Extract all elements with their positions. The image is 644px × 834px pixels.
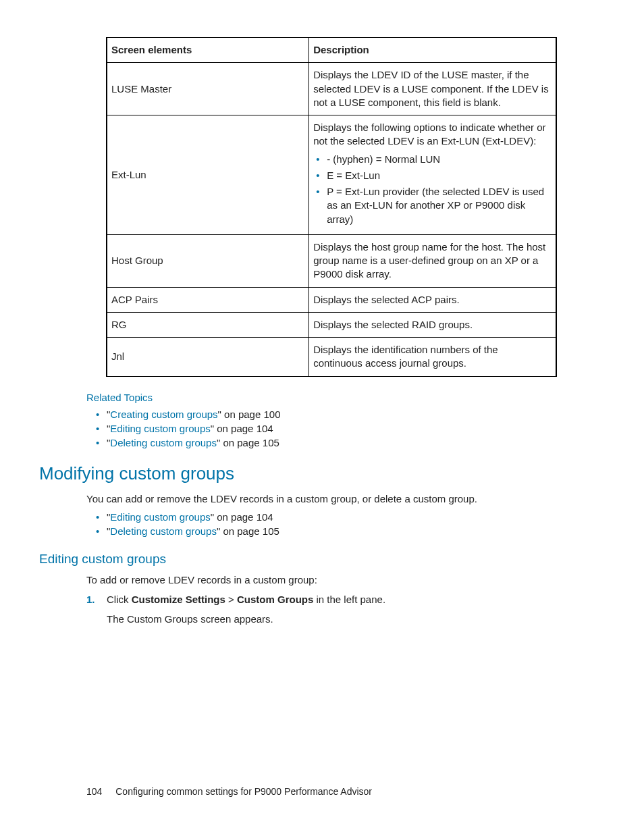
cell-element: Ext-Lun: [107, 115, 309, 235]
cell-element: ACP Pairs: [107, 287, 309, 312]
cell-description: Displays the host group name for the hos…: [309, 234, 556, 287]
list-item: "Editing custom groups" on page 104: [86, 511, 558, 523]
desc-bullets: - (hyphen) = Normal LUN E = Ext-Lun P = …: [313, 153, 549, 226]
cell-element: RG: [107, 312, 309, 337]
heading-modifying-custom-groups: Modifying custom groups: [39, 463, 558, 484]
screen-elements-table: Screen elements Description LUSE Master …: [106, 37, 557, 377]
table-row: ACP Pairs Displays the selected ACP pair…: [107, 287, 556, 312]
cell-element: Jnl: [107, 338, 309, 377]
table-row: LUSE Master Displays the LDEV ID of the …: [107, 63, 556, 115]
cell-element: LUSE Master: [107, 63, 309, 115]
steps-list: 1. Click Customize Settings > Custom Gro…: [86, 592, 558, 626]
footer-title: Configuring common settings for P9000 Pe…: [115, 786, 372, 797]
list-item: "Creating custom groups" on page 100: [86, 409, 558, 420]
paragraph: To add or remove LDEV records in a custo…: [86, 573, 558, 587]
step-item: 1. Click Customize Settings > Custom Gro…: [86, 592, 558, 626]
cell-description: Displays the LDEV ID of the LUSE master,…: [309, 63, 556, 115]
ui-label: Custom Groups: [237, 594, 313, 605]
cell-description: Displays the following options to indica…: [309, 115, 556, 235]
cell-element: Host Group: [107, 234, 309, 287]
link-editing-custom-groups[interactable]: Editing custom groups: [110, 511, 210, 523]
link-editing-custom-groups[interactable]: Editing custom groups: [110, 423, 210, 434]
related-topics-list: "Creating custom groups" on page 100 "Ed…: [86, 409, 558, 448]
list-item: "Deleting custom groups" on page 105: [86, 525, 558, 537]
page-number: 104: [86, 786, 102, 797]
table-row: Host Group Displays the host group name …: [107, 234, 556, 287]
cell-description: Displays the selected ACP pairs.: [309, 287, 556, 312]
page-footer: 104 Configuring common settings for P900…: [86, 786, 372, 797]
cell-description: Displays the identification numbers of t…: [309, 338, 556, 377]
list-item: P = Ext-Lun provider (the selected LDEV …: [313, 185, 549, 226]
list-item: "Deleting custom groups" on page 105: [86, 437, 558, 448]
list-item: E = Ext-Lun: [313, 169, 549, 182]
related-topics-heading: Related Topics: [86, 392, 558, 403]
list-item: - (hyphen) = Normal LUN: [313, 153, 549, 166]
cell-description: Displays the selected RAID groups.: [309, 312, 556, 337]
table-row: Ext-Lun Displays the following options t…: [107, 115, 556, 235]
heading-editing-custom-groups: Editing custom groups: [39, 552, 558, 567]
link-deleting-custom-groups[interactable]: Deleting custom groups: [110, 525, 217, 537]
table-row: RG Displays the selected RAID groups.: [107, 312, 556, 337]
step-number: 1.: [86, 592, 95, 606]
table-row: Jnl Displays the identification numbers …: [107, 338, 556, 377]
section-links-list: "Editing custom groups" on page 104 "Del…: [86, 511, 558, 537]
ui-label: Customize Settings: [132, 594, 225, 605]
list-item: "Editing custom groups" on page 104: [86, 423, 558, 434]
table-header-element: Screen elements: [107, 38, 309, 63]
table-header-description: Description: [309, 38, 556, 63]
step-result: The Custom Groups screen appears.: [107, 612, 558, 626]
link-deleting-custom-groups[interactable]: Deleting custom groups: [110, 437, 217, 448]
link-creating-custom-groups[interactable]: Creating custom groups: [110, 409, 217, 420]
desc-intro: Displays the following options to indica…: [313, 121, 549, 149]
paragraph: You can add or remove the LDEV records i…: [86, 492, 558, 506]
